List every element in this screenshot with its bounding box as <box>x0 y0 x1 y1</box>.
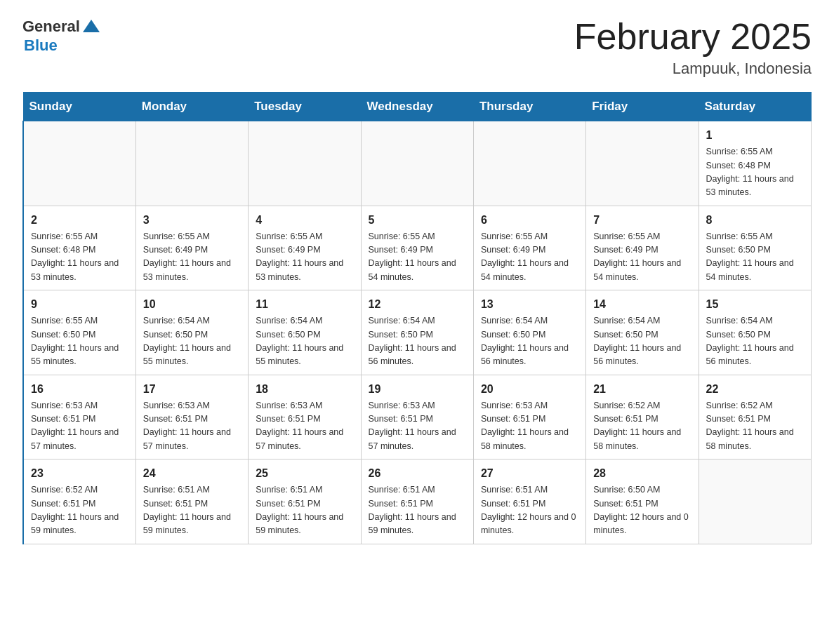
calendar-cell: 21Sunrise: 6:52 AMSunset: 6:51 PMDayligh… <box>586 375 699 459</box>
calendar-body: 1Sunrise: 6:55 AMSunset: 6:48 PMDaylight… <box>23 121 812 544</box>
day-number: 10 <box>143 296 241 313</box>
day-number: 5 <box>369 212 466 229</box>
weekday-header-sunday: Sunday <box>23 93 135 121</box>
calendar-cell: 4Sunrise: 6:55 AMSunset: 6:49 PMDaylight… <box>249 206 361 290</box>
weekday-row: SundayMondayTuesdayWednesdayThursdayFrid… <box>23 93 812 121</box>
day-info: Sunrise: 6:55 AMSunset: 6:48 PMDaylight:… <box>706 145 804 200</box>
day-info: Sunrise: 6:51 AMSunset: 6:51 PMDaylight:… <box>481 483 578 538</box>
calendar-cell <box>135 121 248 206</box>
day-number: 3 <box>143 212 241 229</box>
calendar-cell: 9Sunrise: 6:55 AMSunset: 6:50 PMDaylight… <box>23 290 135 375</box>
day-info: Sunrise: 6:53 AMSunset: 6:51 PMDaylight:… <box>143 399 241 454</box>
day-number: 15 <box>706 296 804 313</box>
day-info: Sunrise: 6:54 AMSunset: 6:50 PMDaylight:… <box>593 314 691 369</box>
calendar-cell: 17Sunrise: 6:53 AMSunset: 6:51 PMDayligh… <box>135 375 248 459</box>
calendar-cell: 7Sunrise: 6:55 AMSunset: 6:49 PMDaylight… <box>586 206 699 290</box>
calendar-week-row: 16Sunrise: 6:53 AMSunset: 6:51 PMDayligh… <box>23 375 812 459</box>
calendar-cell: 28Sunrise: 6:50 AMSunset: 6:51 PMDayligh… <box>586 459 699 544</box>
calendar-cell: 2Sunrise: 6:55 AMSunset: 6:48 PMDaylight… <box>23 206 135 290</box>
calendar-cell: 5Sunrise: 6:55 AMSunset: 6:49 PMDaylight… <box>361 206 473 290</box>
day-number: 20 <box>481 381 578 398</box>
day-info: Sunrise: 6:51 AMSunset: 6:51 PMDaylight:… <box>143 483 241 538</box>
calendar-week-row: 9Sunrise: 6:55 AMSunset: 6:50 PMDaylight… <box>23 290 812 375</box>
day-info: Sunrise: 6:54 AMSunset: 6:50 PMDaylight:… <box>143 314 241 369</box>
day-info: Sunrise: 6:55 AMSunset: 6:49 PMDaylight:… <box>481 230 578 285</box>
page-header: General Blue February 2025 Lampuuk, Indo… <box>22 17 812 78</box>
calendar-cell: 27Sunrise: 6:51 AMSunset: 6:51 PMDayligh… <box>473 459 585 544</box>
calendar-cell: 12Sunrise: 6:54 AMSunset: 6:50 PMDayligh… <box>361 290 473 375</box>
logo-general: General <box>22 18 80 36</box>
calendar-header: SundayMondayTuesdayWednesdayThursdayFrid… <box>23 93 812 121</box>
day-info: Sunrise: 6:55 AMSunset: 6:49 PMDaylight:… <box>593 230 691 285</box>
day-number: 4 <box>256 212 353 229</box>
calendar-cell: 20Sunrise: 6:53 AMSunset: 6:51 PMDayligh… <box>473 375 585 459</box>
calendar-cell <box>361 121 473 206</box>
weekday-header-friday: Friday <box>586 93 699 121</box>
day-info: Sunrise: 6:55 AMSunset: 6:49 PMDaylight:… <box>143 230 241 285</box>
day-number: 21 <box>593 381 691 398</box>
calendar-cell <box>23 121 135 206</box>
calendar-week-row: 23Sunrise: 6:52 AMSunset: 6:51 PMDayligh… <box>23 459 812 544</box>
day-number: 1 <box>706 127 804 144</box>
day-info: Sunrise: 6:55 AMSunset: 6:50 PMDaylight:… <box>706 230 804 285</box>
weekday-header-thursday: Thursday <box>473 93 585 121</box>
day-info: Sunrise: 6:53 AMSunset: 6:51 PMDaylight:… <box>481 399 578 454</box>
day-info: Sunrise: 6:55 AMSunset: 6:49 PMDaylight:… <box>369 230 466 285</box>
day-number: 23 <box>31 465 128 482</box>
day-number: 2 <box>31 212 128 229</box>
day-number: 14 <box>593 296 691 313</box>
day-info: Sunrise: 6:54 AMSunset: 6:50 PMDaylight:… <box>706 314 804 369</box>
calendar-cell: 8Sunrise: 6:55 AMSunset: 6:50 PMDaylight… <box>699 206 811 290</box>
calendar-cell: 11Sunrise: 6:54 AMSunset: 6:50 PMDayligh… <box>249 290 361 375</box>
logo: General Blue <box>22 17 101 55</box>
day-number: 12 <box>369 296 466 313</box>
svg-marker-0 <box>83 20 100 32</box>
day-info: Sunrise: 6:53 AMSunset: 6:51 PMDaylight:… <box>369 399 466 454</box>
day-info: Sunrise: 6:54 AMSunset: 6:50 PMDaylight:… <box>481 314 578 369</box>
calendar-week-row: 2Sunrise: 6:55 AMSunset: 6:48 PMDaylight… <box>23 206 812 290</box>
day-number: 19 <box>369 381 466 398</box>
day-info: Sunrise: 6:51 AMSunset: 6:51 PMDaylight:… <box>369 483 466 538</box>
calendar-week-row: 1Sunrise: 6:55 AMSunset: 6:48 PMDaylight… <box>23 121 812 206</box>
weekday-header-wednesday: Wednesday <box>361 93 473 121</box>
day-info: Sunrise: 6:54 AMSunset: 6:50 PMDaylight:… <box>256 314 353 369</box>
month-title: February 2025 <box>574 17 812 57</box>
calendar-cell: 18Sunrise: 6:53 AMSunset: 6:51 PMDayligh… <box>249 375 361 459</box>
day-number: 6 <box>481 212 578 229</box>
day-number: 18 <box>256 381 353 398</box>
calendar-cell <box>473 121 585 206</box>
day-number: 17 <box>143 381 241 398</box>
calendar-cell: 6Sunrise: 6:55 AMSunset: 6:49 PMDaylight… <box>473 206 585 290</box>
day-number: 27 <box>481 465 578 482</box>
calendar-cell: 16Sunrise: 6:53 AMSunset: 6:51 PMDayligh… <box>23 375 135 459</box>
day-number: 26 <box>369 465 466 482</box>
day-number: 16 <box>31 381 128 398</box>
calendar-cell: 25Sunrise: 6:51 AMSunset: 6:51 PMDayligh… <box>249 459 361 544</box>
calendar-cell: 3Sunrise: 6:55 AMSunset: 6:49 PMDaylight… <box>135 206 248 290</box>
day-number: 11 <box>256 296 353 313</box>
day-number: 22 <box>706 381 804 398</box>
day-info: Sunrise: 6:53 AMSunset: 6:51 PMDaylight:… <box>256 399 353 454</box>
calendar-cell: 22Sunrise: 6:52 AMSunset: 6:51 PMDayligh… <box>699 375 811 459</box>
day-number: 9 <box>31 296 128 313</box>
day-number: 24 <box>143 465 241 482</box>
day-number: 8 <box>706 212 804 229</box>
calendar-cell: 13Sunrise: 6:54 AMSunset: 6:50 PMDayligh… <box>473 290 585 375</box>
calendar-cell <box>699 459 811 544</box>
calendar-table: SundayMondayTuesdayWednesdayThursdayFrid… <box>22 92 812 544</box>
calendar-cell: 24Sunrise: 6:51 AMSunset: 6:51 PMDayligh… <box>135 459 248 544</box>
day-number: 7 <box>593 212 691 229</box>
calendar-cell: 26Sunrise: 6:51 AMSunset: 6:51 PMDayligh… <box>361 459 473 544</box>
day-info: Sunrise: 6:55 AMSunset: 6:49 PMDaylight:… <box>256 230 353 285</box>
day-number: 13 <box>481 296 578 313</box>
weekday-header-saturday: Saturday <box>699 93 811 121</box>
calendar-cell: 19Sunrise: 6:53 AMSunset: 6:51 PMDayligh… <box>361 375 473 459</box>
title-area: February 2025 Lampuuk, Indonesia <box>574 17 812 78</box>
day-info: Sunrise: 6:52 AMSunset: 6:51 PMDaylight:… <box>31 483 128 538</box>
logo-triangle-icon <box>81 17 101 36</box>
weekday-header-tuesday: Tuesday <box>249 93 361 121</box>
day-number: 28 <box>593 465 691 482</box>
day-info: Sunrise: 6:50 AMSunset: 6:51 PMDaylight:… <box>593 483 691 538</box>
day-info: Sunrise: 6:53 AMSunset: 6:51 PMDaylight:… <box>31 399 128 454</box>
day-info: Sunrise: 6:52 AMSunset: 6:51 PMDaylight:… <box>706 399 804 454</box>
